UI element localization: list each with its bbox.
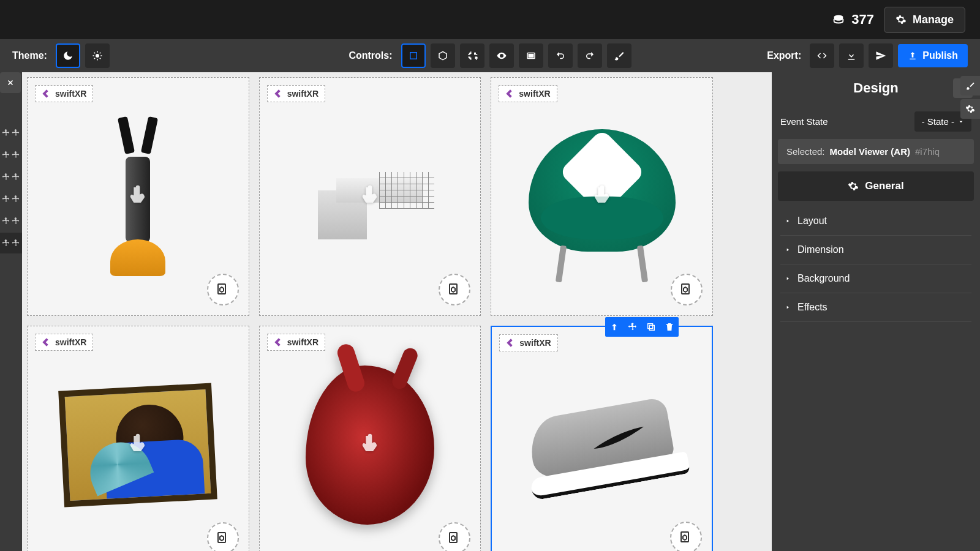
sun-icon [92, 50, 103, 61]
ar-view-button[interactable] [439, 274, 470, 305]
ar-view-button[interactable] [439, 522, 470, 551]
svg-rect-19 [649, 325, 654, 330]
control-device-button[interactable] [519, 43, 543, 68]
ar-cube-icon [447, 282, 462, 297]
box-icon [437, 50, 448, 61]
card-brand-badge: swiftXR [499, 334, 557, 351]
swiftxr-logo-icon [274, 89, 284, 99]
caret-right-icon [785, 305, 790, 310]
card-brand-badge: swiftXR [267, 85, 325, 102]
ar-cube-icon [216, 531, 230, 545]
selection-duplicate-button[interactable] [642, 317, 660, 337]
ar-view-button[interactable] [670, 522, 702, 551]
rail-item-2[interactable] [0, 144, 22, 165]
arrow-up-icon [609, 322, 619, 332]
selected-info: Selected: Model Viewer (AR) #i7hiq [778, 139, 974, 164]
model-card[interactable]: swiftXR [27, 326, 249, 551]
model-card[interactable]: swiftXR [491, 77, 713, 316]
rail-item-4[interactable] [0, 189, 22, 209]
eye-icon [496, 50, 507, 61]
rail-item-6[interactable] [0, 233, 22, 253]
accordion-layout[interactable]: Layout [780, 207, 971, 236]
model-card[interactable]: swiftXR [259, 77, 481, 316]
send-icon [875, 50, 886, 61]
model-card[interactable]: swiftXR [27, 77, 249, 316]
ar-view-button[interactable] [207, 522, 239, 551]
style-tab-button[interactable] [960, 76, 980, 96]
gear-icon [965, 104, 975, 114]
rail-item-1[interactable] [0, 122, 22, 143]
selection-up-button[interactable] [605, 317, 624, 337]
general-section-button[interactable]: General [778, 171, 974, 201]
trash-icon [665, 322, 674, 332]
undo-icon [555, 50, 566, 61]
selection-move-button[interactable] [624, 317, 642, 337]
model-placeholder-building [306, 154, 434, 239]
control-components-button[interactable] [431, 43, 455, 68]
model-placeholder-painting [59, 383, 218, 508]
upload-icon [908, 51, 918, 61]
svg-rect-10 [410, 53, 417, 59]
caret-right-icon [785, 276, 790, 281]
accordion-dimension[interactable]: Dimension [780, 236, 971, 264]
caret-right-icon [785, 219, 790, 223]
model-card[interactable]: swiftXR [259, 326, 481, 551]
card-brand-badge: swiftXR [267, 334, 325, 351]
brush-icon [965, 81, 975, 91]
svg-point-1 [96, 54, 99, 58]
download-icon [846, 50, 857, 61]
export-label: Export: [767, 50, 801, 61]
control-clear-button[interactable] [607, 43, 631, 68]
swiftxr-logo-icon [42, 89, 51, 99]
manage-button[interactable]: Manage [884, 7, 965, 33]
ar-cube-icon [216, 282, 230, 297]
app-header: 377 Manage [0, 0, 980, 39]
selected-name: Model Viewer (AR) [830, 146, 910, 157]
selected-label: Selected: [786, 146, 825, 157]
accordion-effects[interactable]: Effects [780, 293, 971, 322]
move-icon [628, 322, 638, 332]
control-undo-button[interactable] [548, 43, 573, 68]
model-card-selected[interactable]: swiftXR [491, 326, 713, 551]
model-placeholder-chair [524, 111, 679, 282]
state-select-value: - State - [922, 116, 954, 127]
ar-cube-icon [447, 531, 462, 545]
export-share-button[interactable] [869, 43, 893, 68]
canvas[interactable]: swiftXR swiftXR swiftXR [22, 72, 772, 551]
settings-tab-button[interactable] [960, 99, 980, 119]
control-redo-button[interactable] [578, 43, 602, 68]
coins-icon [832, 13, 845, 26]
theme-light-button[interactable] [85, 43, 110, 68]
rail-item-3[interactable] [0, 167, 22, 187]
export-code-button[interactable] [810, 43, 834, 68]
left-rail [0, 72, 22, 551]
theme-dark-button[interactable] [56, 43, 80, 68]
left-rail-close-button[interactable] [0, 72, 21, 93]
minimize-icon [467, 50, 478, 61]
control-fullscreen-button[interactable] [460, 43, 484, 68]
ar-view-button[interactable] [207, 274, 239, 305]
ar-view-button[interactable] [671, 274, 703, 305]
moon-icon [62, 50, 74, 61]
control-preview-button[interactable] [489, 43, 514, 68]
export-download-button[interactable] [839, 43, 864, 68]
accordion-background[interactable]: Background [780, 264, 971, 293]
gear-icon [895, 14, 907, 25]
selection-delete-button[interactable] [660, 317, 679, 337]
theme-label: Theme: [12, 50, 47, 61]
card-brand-badge: swiftXR [35, 334, 93, 351]
publish-button[interactable]: Publish [898, 44, 968, 67]
selected-id: #i7hiq [915, 146, 940, 157]
control-outline-button[interactable] [401, 43, 426, 68]
redo-icon [584, 50, 595, 61]
swiftxr-logo-icon [42, 337, 51, 347]
svg-rect-12 [528, 54, 533, 58]
card-brand-badge: swiftXR [499, 85, 557, 102]
controls-label: Controls: [349, 50, 392, 61]
selection-toolbar [605, 317, 679, 337]
tablet-icon [526, 50, 537, 61]
gear-icon [848, 181, 859, 192]
rail-item-5[interactable] [0, 211, 22, 231]
svg-line-6 [94, 53, 96, 54]
ar-cube-icon [679, 282, 694, 297]
